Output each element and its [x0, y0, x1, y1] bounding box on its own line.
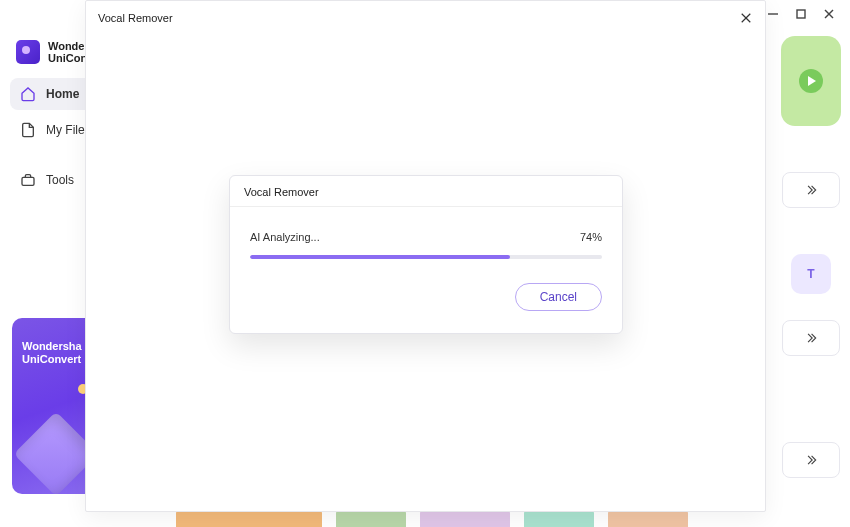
vocal-remover-window: Vocal Remover Vocal Remover AI Analyzing… [85, 0, 766, 512]
progress-dialog: Vocal Remover AI Analyzing... 74% Cancel [229, 175, 623, 334]
brand-icon [16, 40, 40, 64]
thumbnail-chunk [336, 511, 406, 527]
progress-status-row: AI Analyzing... 74% [250, 231, 602, 243]
maximize-button[interactable] [794, 7, 808, 21]
thumbnail-chunk [176, 511, 322, 527]
progress-status-text: AI Analyzing... [250, 231, 320, 243]
file-icon [20, 122, 36, 138]
toolbox-icon [20, 172, 36, 188]
progress-bar [250, 255, 602, 259]
thumbnail-chunk [608, 511, 688, 527]
minimize-button[interactable] [766, 7, 780, 21]
sidebar-item-label: My File [46, 123, 85, 137]
window-controls [766, 0, 850, 28]
modal-header: Vocal Remover [86, 1, 765, 23]
right-tiles: T [772, 36, 850, 478]
text-tool-icon: T [807, 267, 814, 281]
close-modal-button[interactable] [737, 9, 755, 27]
feature-tile-text[interactable]: T [791, 254, 831, 294]
close-button[interactable] [822, 7, 836, 21]
cancel-button[interactable]: Cancel [515, 283, 602, 311]
feature-tile-video[interactable] [781, 36, 841, 126]
progress-bar-fill [250, 255, 510, 259]
bottom-thumbnails [176, 511, 688, 527]
next-button-2[interactable] [782, 320, 840, 356]
progress-percent-text: 74% [580, 231, 602, 243]
thumbnail-chunk [524, 511, 594, 527]
modal-title: Vocal Remover [98, 12, 173, 24]
svg-rect-4 [22, 178, 34, 186]
next-button-1[interactable] [782, 172, 840, 208]
progress-footer: Cancel [230, 269, 622, 333]
sidebar-item-label: Tools [46, 173, 74, 187]
progress-body: AI Analyzing... 74% [230, 207, 622, 269]
progress-dialog-title: Vocal Remover [230, 176, 622, 207]
svg-rect-1 [797, 10, 805, 18]
promo-line1: Wondersha [22, 340, 90, 353]
play-icon [799, 69, 823, 93]
sidebar-item-label: Home [46, 87, 79, 101]
promo-line2: UniConvert [22, 353, 90, 366]
next-button-3[interactable] [782, 442, 840, 478]
home-icon [20, 86, 36, 102]
thumbnail-chunk [420, 511, 510, 527]
